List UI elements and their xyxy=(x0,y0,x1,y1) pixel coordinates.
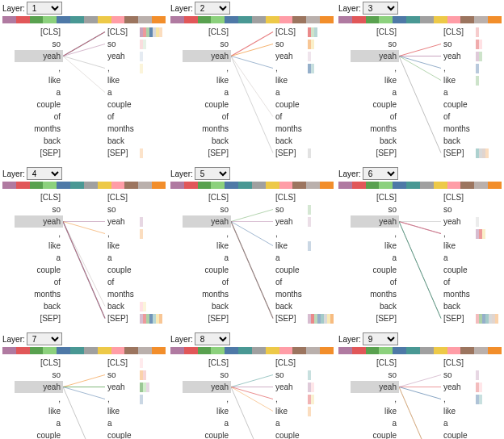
head-legend-swatch[interactable] xyxy=(225,182,238,189)
token-tgt[interactable]: so xyxy=(105,203,153,215)
token-src[interactable]: so xyxy=(351,38,399,50)
head-legend-swatch[interactable] xyxy=(170,16,184,23)
head-legend-swatch[interactable] xyxy=(57,182,70,189)
token-src[interactable]: like xyxy=(351,240,399,252)
head-legend-swatch[interactable] xyxy=(238,347,252,354)
token-src[interactable]: yeah xyxy=(183,215,231,228)
head-legend-swatch[interactable] xyxy=(460,182,474,189)
token-src[interactable]: a xyxy=(15,86,63,98)
token-src[interactable]: so xyxy=(183,38,231,50)
head-legend-swatch[interactable] xyxy=(306,347,320,354)
head-legend[interactable] xyxy=(168,182,336,189)
token-src[interactable]: , xyxy=(15,62,63,74)
token-src[interactable]: of xyxy=(351,111,399,123)
token-src[interactable]: so xyxy=(351,369,399,381)
head-legend-swatch[interactable] xyxy=(379,182,393,189)
token-src[interactable]: a xyxy=(183,417,231,429)
layer-select[interactable]: 1 xyxy=(27,2,62,15)
head-legend-swatch[interactable] xyxy=(170,182,184,189)
token-tgt[interactable]: like xyxy=(105,240,153,252)
head-legend-swatch[interactable] xyxy=(111,347,125,354)
head-legend-swatch[interactable] xyxy=(2,347,16,354)
token-src[interactable]: [CLS] xyxy=(15,357,63,369)
token-tgt[interactable]: a xyxy=(441,252,489,264)
head-legend-swatch[interactable] xyxy=(43,347,57,354)
head-legend-swatch[interactable] xyxy=(434,347,447,354)
token-src[interactable]: months xyxy=(183,123,231,135)
token-src[interactable]: couple xyxy=(15,429,63,439)
token-tgt[interactable]: back xyxy=(105,135,153,147)
token-tgt[interactable]: yeah xyxy=(105,50,153,62)
head-legend[interactable] xyxy=(0,182,168,189)
head-legend-swatch[interactable] xyxy=(393,347,406,354)
head-legend-swatch[interactable] xyxy=(198,182,212,189)
head-legend-swatch[interactable] xyxy=(460,347,474,354)
head-legend-swatch[interactable] xyxy=(434,16,447,23)
token-tgt[interactable]: so xyxy=(273,369,321,381)
head-legend-swatch[interactable] xyxy=(198,347,212,354)
head-legend-swatch[interactable] xyxy=(70,347,84,354)
head-legend-swatch[interactable] xyxy=(379,16,393,23)
token-src[interactable]: a xyxy=(183,86,231,98)
head-legend-swatch[interactable] xyxy=(184,182,198,189)
token-src[interactable]: months xyxy=(183,288,231,300)
token-tgt[interactable]: [SEP] xyxy=(273,312,321,324)
head-legend-swatch[interactable] xyxy=(98,347,111,354)
head-legend-swatch[interactable] xyxy=(138,347,152,354)
token-src[interactable]: , xyxy=(15,393,63,405)
token-tgt[interactable]: of xyxy=(105,276,153,288)
token-tgt[interactable]: , xyxy=(105,228,153,240)
token-tgt[interactable]: [CLS] xyxy=(441,357,489,369)
token-src[interactable]: so xyxy=(15,369,63,381)
token-tgt[interactable]: yeah xyxy=(273,381,321,393)
token-src[interactable]: , xyxy=(15,228,63,240)
token-src[interactable]: like xyxy=(183,74,231,86)
token-tgt[interactable]: months xyxy=(441,123,489,135)
head-legend-swatch[interactable] xyxy=(111,16,125,23)
token-tgt[interactable]: back xyxy=(441,300,489,312)
token-tgt[interactable]: of xyxy=(273,111,321,123)
token-src[interactable]: [SEP] xyxy=(15,312,63,324)
head-legend-swatch[interactable] xyxy=(338,182,352,189)
token-tgt[interactable]: couple xyxy=(273,429,321,439)
token-tgt[interactable]: couple xyxy=(105,264,153,276)
head-legend[interactable] xyxy=(168,347,336,354)
head-legend-swatch[interactable] xyxy=(266,16,279,23)
token-tgt[interactable]: couple xyxy=(105,98,153,111)
token-src[interactable]: like xyxy=(15,240,63,252)
head-legend-swatch[interactable] xyxy=(43,182,57,189)
head-legend-swatch[interactable] xyxy=(474,16,488,23)
head-legend-swatch[interactable] xyxy=(225,347,238,354)
head-legend[interactable] xyxy=(0,347,168,354)
token-tgt[interactable]: like xyxy=(441,405,489,417)
token-tgt[interactable]: a xyxy=(273,417,321,429)
token-tgt[interactable]: [SEP] xyxy=(441,147,489,159)
head-legend-swatch[interactable] xyxy=(488,182,502,189)
head-legend-swatch[interactable] xyxy=(338,16,352,23)
token-src[interactable]: like xyxy=(183,240,231,252)
token-src[interactable]: [CLS] xyxy=(183,191,231,203)
head-legend-swatch[interactable] xyxy=(152,347,166,354)
token-src[interactable]: couple xyxy=(183,98,231,111)
token-tgt[interactable]: of xyxy=(273,276,321,288)
token-src[interactable]: a xyxy=(351,86,399,98)
token-src[interactable]: back xyxy=(351,135,399,147)
token-src[interactable]: a xyxy=(15,417,63,429)
token-src[interactable]: couple xyxy=(183,264,231,276)
token-tgt[interactable]: , xyxy=(273,62,321,74)
head-legend-swatch[interactable] xyxy=(16,182,30,189)
token-src[interactable]: of xyxy=(183,276,231,288)
head-legend-swatch[interactable] xyxy=(352,182,366,189)
token-tgt[interactable]: [CLS] xyxy=(441,191,489,203)
token-tgt[interactable]: months xyxy=(441,288,489,300)
token-tgt[interactable]: , xyxy=(273,228,321,240)
token-tgt[interactable]: of xyxy=(441,111,489,123)
token-tgt[interactable]: back xyxy=(273,300,321,312)
token-src[interactable]: months xyxy=(351,288,399,300)
token-tgt[interactable]: months xyxy=(105,123,153,135)
head-legend-swatch[interactable] xyxy=(266,182,279,189)
token-src[interactable]: a xyxy=(15,252,63,264)
token-src[interactable]: a xyxy=(351,417,399,429)
head-legend-swatch[interactable] xyxy=(320,182,334,189)
token-src[interactable]: of xyxy=(183,111,231,123)
